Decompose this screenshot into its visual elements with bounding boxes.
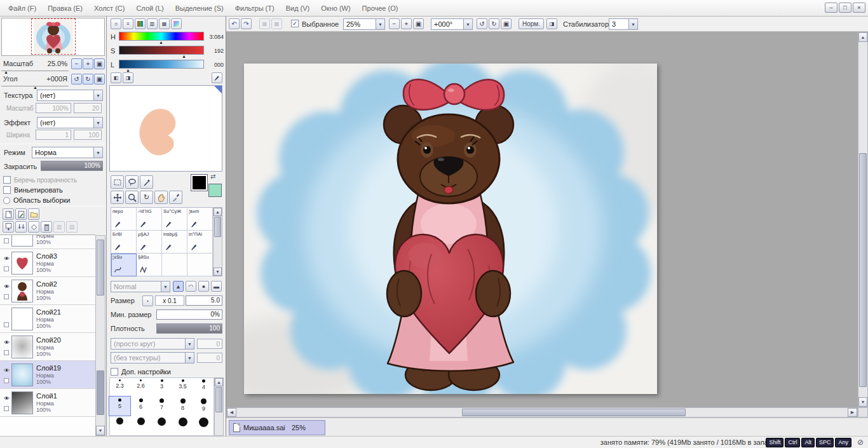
layer-visibility-eye-icon[interactable] <box>3 395 11 402</box>
lasso-tool-button[interactable] <box>125 175 139 189</box>
layer-thumbnail[interactable] <box>11 280 33 302</box>
navigator-zoom-in-button[interactable]: + <box>83 58 93 69</box>
layer-row[interactable]: Слой5 Норма 100% <box>0 235 95 249</box>
size-preset[interactable]: 7 <box>151 397 172 416</box>
layer-row[interactable]: Слой3 Норма 100% <box>0 249 95 277</box>
brush-tip-spike-button[interactable]: ▲ <box>173 281 184 292</box>
canvas-rotate-ccw-button[interactable]: ↺ <box>477 18 487 29</box>
layer-visibility-eye-icon[interactable] <box>3 339 11 346</box>
menu-file[interactable]: Файл (F) <box>3 1 42 15</box>
angle-slider-marker-icon[interactable]: ▲ <box>33 85 37 90</box>
hue-slider[interactable] <box>119 32 204 41</box>
new-linework-layer-button[interactable] <box>15 208 27 220</box>
size-preset[interactable]: 3.5 <box>172 377 193 397</box>
brush-slot[interactable]: §йSu <box>137 254 162 276</box>
swatches-toggle-button[interactable]: ▦ <box>159 18 170 29</box>
brush-tip-soft-button[interactable]: ◠ <box>186 281 196 292</box>
stabilizer-combo[interactable]: 3▼ <box>609 18 638 30</box>
rotate-tool-button[interactable]: ↻ <box>140 191 153 204</box>
min-size-slider[interactable]: 0% <box>156 309 222 320</box>
new-layer-set-button[interactable] <box>28 208 39 220</box>
texture-combo[interactable]: (нет)▼ <box>37 90 103 101</box>
texture-scale-number[interactable]: 20 <box>74 103 102 113</box>
texture-scale-slider[interactable]: 100% <box>36 103 71 113</box>
layer-row-selected[interactable]: Слой19 Норма 100% <box>0 361 95 389</box>
scratchpad-toggle-button[interactable] <box>171 18 182 29</box>
navigator-rotate-cw-button[interactable]: ↻ <box>83 74 93 85</box>
brush-slot[interactable]: in°ПАi <box>187 231 213 254</box>
selected-checkbox[interactable]: ✓ <box>291 20 299 27</box>
vignette-row[interactable]: Виньетировать <box>3 186 63 194</box>
size-preset-selected[interactable]: 5 <box>109 397 130 416</box>
brush-tip-round-button[interactable]: ● <box>198 281 209 292</box>
brush-texture-strength[interactable]: 0 <box>197 353 222 363</box>
layer-mode-combo[interactable]: Норма▼ <box>32 147 103 158</box>
canvas-vertical-scrollbar[interactable]: ▲ ▼ <box>858 32 868 407</box>
brush-shape-dropdown-icon[interactable]: ▼ <box>185 338 194 350</box>
zoom-slider-marker-icon[interactable]: ▲ <box>4 70 8 74</box>
luminance-slider-marker[interactable]: ▲ <box>126 68 130 72</box>
canvas-zoom-combo[interactable]: 25%▼ <box>343 18 385 30</box>
brush-tip-flat-button[interactable]: ▬ <box>211 281 222 292</box>
menu-layer[interactable]: Слой (L) <box>130 1 169 15</box>
mask-layer-button[interactable]: ▥ <box>53 221 65 233</box>
move-tool-button[interactable] <box>111 191 124 204</box>
selection-area-radio[interactable] <box>3 197 10 204</box>
layer-checkbox[interactable] <box>4 378 9 383</box>
layer-checkbox[interactable] <box>4 406 9 411</box>
vignette-checkbox[interactable] <box>3 186 11 194</box>
canvas-scroll-right-arrow[interactable]: ▶ <box>848 408 857 417</box>
hue-slider-marker[interactable]: ▲ <box>159 40 163 44</box>
canvas-angle-reset-button[interactable]: ▣ <box>501 18 512 29</box>
selection-area-row[interactable]: Область выборки <box>3 196 70 205</box>
rgb-slider-toggle-button[interactable]: ≡ <box>123 18 133 29</box>
brush-slot-empty[interactable] <box>162 254 187 276</box>
brush-slot[interactable]: -ЧГIIG <box>137 208 162 231</box>
layer-opacity-slider[interactable]: 100% <box>41 161 103 171</box>
new-layer-button[interactable] <box>3 208 14 220</box>
layer-thumbnail[interactable] <box>11 336 33 358</box>
layers-scrollbar-thumb[interactable] <box>97 240 104 295</box>
effect-width-slider[interactable]: 1 <box>36 130 71 140</box>
size-preset[interactable]: 9 <box>193 397 214 416</box>
menu-canvas[interactable]: Холст (C) <box>88 1 130 15</box>
brush-tray-scroll-thumb[interactable] <box>214 217 221 237</box>
size-preset[interactable] <box>109 416 130 435</box>
size-preset[interactable]: 4 <box>193 377 214 397</box>
advanced-settings-row[interactable]: Доп. настройки <box>111 367 171 376</box>
layer-checkbox[interactable] <box>4 294 9 299</box>
layer-checkbox[interactable] <box>4 322 9 327</box>
layer-visibility-eye-icon[interactable] <box>3 367 11 374</box>
brush-shape-strength[interactable]: 0 <box>197 339 222 349</box>
size-presets-scrollbar[interactable]: ▲ <box>214 377 224 436</box>
edge-mode-combo[interactable]: Normal▼ <box>111 281 170 292</box>
redo-button[interactable]: ↷ <box>241 18 252 29</box>
brush-tray-scroll-down[interactable]: ▼ <box>214 268 222 276</box>
layer-thumbnail[interactable] <box>11 363 33 386</box>
brush-tray-scrollbar[interactable]: ▲ ▼ <box>213 207 222 276</box>
brush-texture-dropdown-icon[interactable]: ▼ <box>185 352 194 363</box>
menu-filters[interactable]: Фильтры (T) <box>229 1 280 15</box>
canvas-horizontal-scrollbar[interactable]: ◀ ▶ <box>226 407 858 417</box>
preserve-opacity-checkbox[interactable] <box>3 176 11 184</box>
layer-thumbnail[interactable] <box>11 391 33 414</box>
delete-layer-button[interactable] <box>41 221 52 233</box>
document-tab[interactable]: Мишаааа.sai 25% <box>229 420 325 435</box>
color-history-button[interactable]: ◧ <box>111 72 121 83</box>
color-picker-tool-button[interactable] <box>169 191 182 204</box>
brush-slot-selected[interactable]: ¦±Su <box>111 254 137 276</box>
canvas-zoom-reset-button[interactable]: ▣ <box>413 18 424 29</box>
layer-row[interactable]: Слой20 Норма 100% <box>0 333 95 361</box>
transfer-down-button[interactable] <box>3 221 14 233</box>
size-multiplier-box[interactable]: x 0.1 <box>155 295 184 306</box>
hand-tool-button[interactable] <box>154 191 168 204</box>
brush-size-slider[interactable]: 5.0 <box>186 295 222 306</box>
norm-mode-button[interactable]: Норм. <box>519 18 544 29</box>
effect-width-number[interactable]: 100 <box>74 130 102 140</box>
primary-color-swatch[interactable] <box>191 174 208 191</box>
color-compare-button[interactable]: ◨ <box>123 72 133 83</box>
navigator-angle-reset-button[interactable]: ▣ <box>94 74 105 85</box>
deselect-button[interactable]: ▦ <box>259 18 270 29</box>
menu-window[interactable]: Окно (W) <box>315 1 356 15</box>
canvas-angle-combo[interactable]: +000°▼ <box>431 18 473 30</box>
